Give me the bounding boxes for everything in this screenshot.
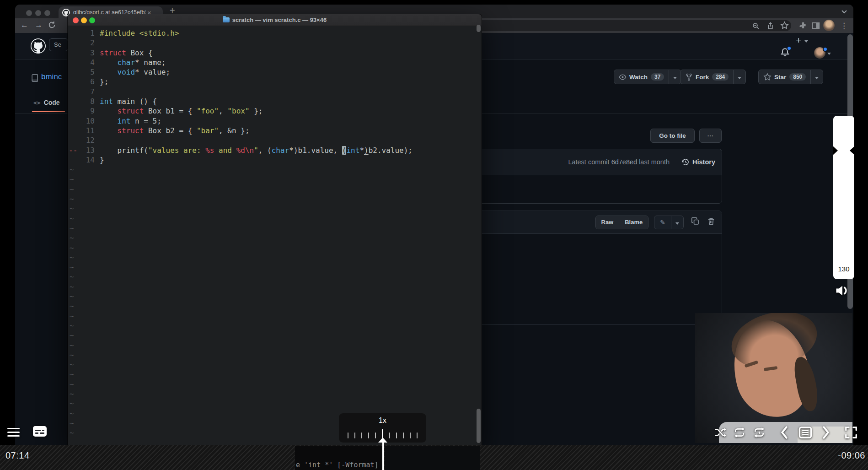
gutter-sign	[68, 97, 76, 106]
speed-slider[interactable]	[348, 429, 418, 438]
playlist-icon[interactable]	[798, 426, 812, 441]
empty-line: ~	[68, 233, 482, 243]
history-link[interactable]: History	[681, 158, 715, 166]
browser-profile-avatar[interactable]	[823, 20, 835, 31]
edit-file-button[interactable]: ✎	[654, 216, 684, 229]
blame-button[interactable]: Blame	[619, 216, 648, 229]
code-line: 9 struct Box b1 = { "foo", "box" };	[68, 106, 482, 116]
volume-slider-panel[interactable]: 130	[833, 116, 854, 279]
terminal-minimize-button[interactable]	[81, 17, 87, 23]
line-number: 2	[76, 38, 95, 48]
zoom-icon[interactable]	[752, 22, 760, 32]
github-search-input[interactable]: Se	[49, 38, 68, 51]
window-zoom-button[interactable]	[44, 10, 50, 16]
tab-code[interactable]: <>Code	[33, 99, 60, 106]
line-number: 14	[76, 155, 95, 165]
repeat-one-icon[interactable]: 1	[753, 427, 765, 440]
empty-line: ~	[68, 292, 482, 301]
terminal-titlebar[interactable]: scratch — vim scratch.c — 93×46	[68, 14, 482, 26]
empty-line: ~	[68, 340, 482, 350]
extensions-puzzle-icon[interactable]	[799, 22, 807, 32]
timeline-thumbnail[interactable]	[385, 446, 480, 470]
terminal-close-button[interactable]	[73, 17, 79, 23]
fork-caret-icon[interactable]	[734, 74, 745, 81]
empty-line: ~	[68, 184, 482, 194]
watch-caret-icon[interactable]	[669, 74, 681, 81]
speaker-icon[interactable]	[834, 283, 851, 300]
subtitles-icon[interactable]	[33, 426, 47, 437]
line-number: 6	[76, 77, 95, 86]
avatar-caret-icon	[827, 53, 831, 55]
browser-menu-kebab-icon[interactable]: ⋮	[840, 21, 848, 31]
star-label: Star	[774, 74, 786, 81]
timeline-thumbnail[interactable]: e 'int *' [-Wformat]	[295, 446, 383, 470]
code-text	[95, 38, 100, 48]
code-line: 1#include <stdio.h>	[68, 28, 482, 38]
edit-caret-icon[interactable]	[671, 218, 683, 227]
notification-badge	[787, 46, 792, 51]
empty-line: ~	[68, 321, 482, 330]
shuffle-icon[interactable]	[714, 427, 727, 440]
empty-line: ~	[68, 330, 482, 340]
empty-line: ~	[68, 262, 482, 272]
terminal-scrollbar-thumb-top[interactable]	[477, 25, 481, 32]
history-clock-icon	[681, 158, 690, 166]
gutter-sign	[68, 58, 76, 67]
raw-blame-toggle: Raw Blame	[595, 216, 649, 229]
copy-file-icon[interactable]	[691, 217, 700, 227]
playback-speed-popup[interactable]: 1x	[339, 413, 426, 443]
code-brackets-icon: <>	[33, 99, 41, 106]
terminal-window[interactable]: scratch — vim scratch.c — 93×46 1#includ…	[68, 14, 482, 445]
star-button[interactable]: Star 850	[758, 70, 823, 84]
code-line: 10 int n = 5;	[68, 116, 482, 126]
star-icon	[763, 73, 772, 81]
thumbnail-text: e 'int *' [-Wformat]	[296, 461, 379, 469]
raw-button[interactable]: Raw	[596, 216, 619, 229]
bookmark-star-icon[interactable]	[780, 21, 789, 32]
avatar-notification-badge	[823, 47, 828, 52]
gutter-sign	[68, 116, 76, 126]
code-text: int n = 5;	[95, 116, 161, 126]
speed-tick	[403, 432, 404, 438]
repeat-icon[interactable]	[734, 427, 745, 440]
star-caret-icon[interactable]	[811, 74, 823, 81]
github-logo-icon[interactable]	[31, 38, 46, 55]
empty-line: ~	[68, 350, 482, 360]
gutter-sign	[68, 67, 76, 77]
window-close-button[interactable]	[26, 10, 32, 16]
playhead[interactable]	[382, 442, 384, 470]
previous-icon[interactable]	[780, 426, 789, 441]
terminal-scrollbar-thumb-bottom[interactable]	[477, 409, 481, 443]
vim-buffer[interactable]: 1#include <stdio.h>23struct Box {4 char*…	[68, 27, 482, 445]
code-text: int main () {	[95, 97, 157, 106]
back-button[interactable]: ←	[21, 21, 28, 30]
side-panel-icon[interactable]	[812, 22, 820, 32]
more-options-button[interactable]: ···	[699, 129, 722, 143]
address-bar[interactable]	[472, 20, 791, 31]
commit-sha[interactable]: 6d7e8ed	[611, 158, 637, 166]
menu-icon[interactable]	[7, 428, 20, 439]
forward-button[interactable]: →	[35, 21, 43, 30]
reload-button[interactable]	[48, 21, 56, 31]
share-icon[interactable]	[766, 22, 774, 32]
watch-button[interactable]: Watch 37	[614, 70, 681, 84]
speed-tick	[348, 432, 348, 438]
tab-overflow-chevron-icon[interactable]	[841, 8, 847, 16]
terminal-zoom-button[interactable]	[89, 17, 95, 23]
repo-name-link[interactable]: bminc	[41, 72, 62, 81]
code-text	[95, 135, 100, 145]
go-to-file-button[interactable]: Go to file	[650, 129, 695, 143]
gutter-sign	[68, 87, 76, 97]
create-new-button[interactable]: +	[796, 35, 801, 46]
window-minimize-button[interactable]	[35, 10, 41, 16]
next-icon[interactable]	[821, 426, 830, 441]
line-number: 1	[76, 28, 95, 38]
gutter-sign	[68, 155, 76, 165]
fullscreen-icon[interactable]	[844, 426, 858, 441]
code-line: 2	[68, 38, 482, 48]
code-text: struct Box {	[95, 48, 153, 58]
gutter-sign	[68, 48, 76, 58]
delete-file-icon[interactable]	[707, 217, 715, 227]
code-line: 4 char* name;	[68, 58, 482, 67]
fork-button[interactable]: Fork 284	[680, 70, 746, 84]
